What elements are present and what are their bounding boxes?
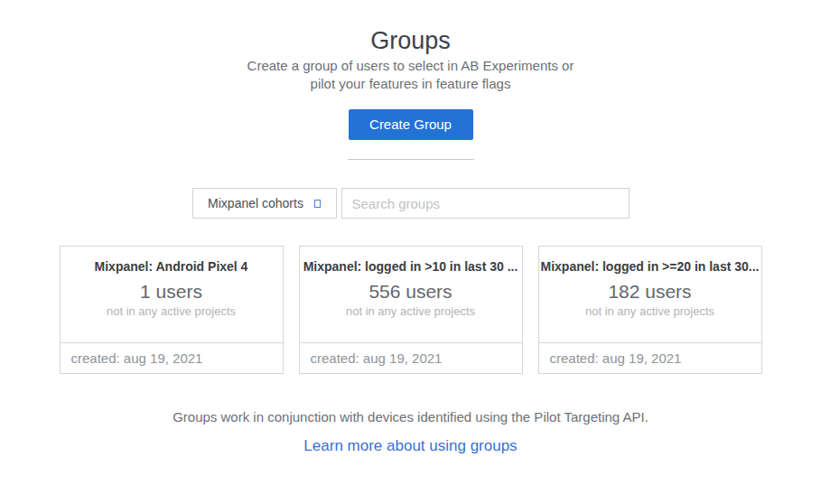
page-subtitle: Create a group of users to select in AB … <box>0 57 821 93</box>
group-card[interactable]: Mixpanel: logged in >10 in last 30 ... 5… <box>299 246 523 374</box>
cohort-source-dropdown[interactable]: Mixpanel cohorts <box>192 188 337 219</box>
group-card-body: Mixpanel: logged in >=20 in last 30... 1… <box>539 247 761 342</box>
header-divider <box>348 159 474 160</box>
group-card-list: Mixpanel: Android Pixel 4 1 users not in… <box>0 246 821 374</box>
page-subtitle-line2: pilot your features in feature flags <box>0 75 821 93</box>
page-subtitle-line1: Create a group of users to select in AB … <box>0 57 821 75</box>
create-group-button-wrap: Create Group <box>0 109 821 140</box>
group-card-created: created: aug 19, 2021 <box>300 342 522 373</box>
page-header: Groups Create a group of users to select… <box>0 0 821 160</box>
page-title: Groups <box>0 27 821 55</box>
create-group-button[interactable]: Create Group <box>349 109 473 140</box>
group-card-user-count: 1 users <box>61 281 283 303</box>
dropdown-indicator-icon <box>314 200 321 208</box>
group-card-user-count: 182 users <box>539 281 761 303</box>
search-groups-box <box>341 188 630 219</box>
group-card-note: not in any active projects <box>539 304 761 319</box>
group-card-created: created: aug 19, 2021 <box>539 342 761 373</box>
group-card-user-count: 556 users <box>300 281 522 303</box>
filter-controls: Mixpanel cohorts <box>0 188 821 219</box>
group-card-note: not in any active projects <box>61 304 283 319</box>
page-footer: Groups work in conjunction with devices … <box>0 408 821 455</box>
group-card-title: Mixpanel: logged in >10 in last 30 ... <box>300 258 522 275</box>
cohort-source-dropdown-value: Mixpanel cohorts <box>208 196 303 210</box>
search-groups-input[interactable] <box>342 189 629 218</box>
group-card-body: Mixpanel: logged in >10 in last 30 ... 5… <box>300 247 522 342</box>
group-card-body: Mixpanel: Android Pixel 4 1 users not in… <box>61 247 283 342</box>
group-card[interactable]: Mixpanel: Android Pixel 4 1 users not in… <box>60 246 284 374</box>
footer-info-text: Groups work in conjunction with devices … <box>0 408 821 426</box>
group-card-note: not in any active projects <box>300 304 522 319</box>
group-card-title: Mixpanel: Android Pixel 4 <box>61 258 283 275</box>
group-card[interactable]: Mixpanel: logged in >=20 in last 30... 1… <box>538 246 762 374</box>
group-card-title: Mixpanel: logged in >=20 in last 30... <box>539 258 761 275</box>
learn-more-link[interactable]: Learn more about using groups <box>303 437 517 455</box>
group-card-created: created: aug 19, 2021 <box>61 342 283 373</box>
groups-page: Groups Create a group of users to select… <box>0 0 821 504</box>
